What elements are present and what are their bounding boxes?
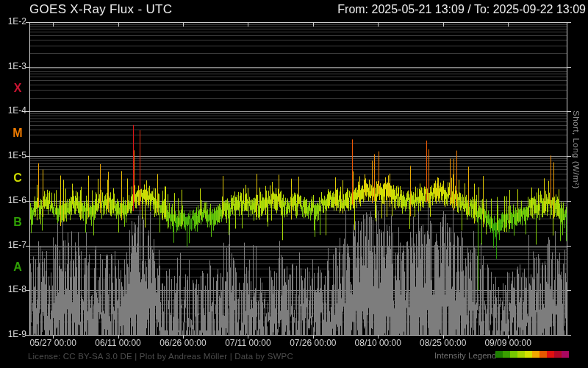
y-tick-1e-5: 1E-5 [1,150,26,160]
flare-class-m: M [8,127,27,140]
legend-color-block [532,351,539,358]
x-tick-1: 06/11 00:00 [85,338,152,348]
x-tick-7: 09/09 00:00 [474,338,542,348]
flare-class-c: C [8,171,27,185]
x-tick-2: 06/26 00:00 [149,338,217,348]
flare-class-a: A [8,261,27,274]
y-tick-1e-2: 1E-2 [1,16,26,26]
x-tick-3: 07/11 00:00 [214,338,282,348]
page-title: GOES X-Ray Flux - UTC [29,2,172,17]
legend-color-block [539,351,547,358]
legend-color-block [510,351,517,358]
legend-color-block [562,351,569,358]
intensity-legend-label: Intensity Legend [434,351,496,360]
legend-color-block [495,351,503,358]
legend-color-block [503,351,510,358]
right-axis-label: Short, Long (W/m²) [572,110,581,189]
license-credit: License: CC BY-SA 3.0 DE | Plot by Andre… [28,352,293,361]
y-tick-1e-3: 1E-3 [1,61,26,71]
intensity-legend-bar [495,351,569,358]
y-tick-1e-6: 1E-6 [1,195,26,205]
legend-color-block [547,351,554,358]
date-range: From: 2025-05-21 13:09 / To: 2025-09-22 … [337,3,586,16]
flare-class-b: B [8,216,27,229]
y-tick-1e-4: 1E-4 [1,105,26,116]
legend-color-block [525,351,532,358]
x-tick-0: 05/27 00:00 [19,338,87,348]
x-tick-5: 08/10 00:00 [344,338,412,348]
x-tick-4: 07/26 00:00 [279,338,347,348]
goes-xray-flux-app: GOES X-Ray Flux - UTC From: 2025-05-21 1… [0,0,588,368]
y-tick-1e-7: 1E-7 [1,240,26,250]
x-tick-6: 08/25 00:00 [409,338,477,348]
y-tick-1e-8: 1E-8 [1,284,26,294]
flare-class-x: X [8,82,27,95]
legend-color-block [517,351,525,358]
legend-color-block [554,351,562,358]
xray-flux-plot [0,0,588,368]
